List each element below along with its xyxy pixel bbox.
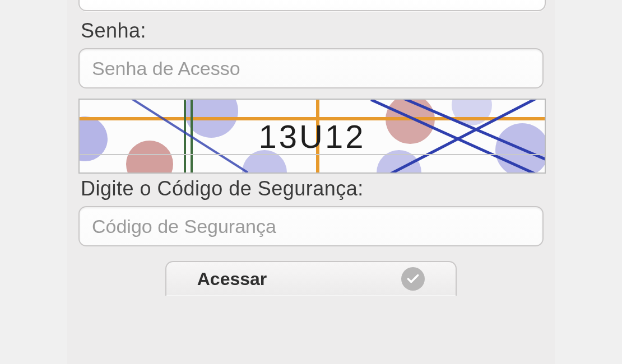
captcha-label: Digite o Código de Segurança: <box>81 177 544 200</box>
captcha-text: 13U12 <box>80 100 545 172</box>
captcha-placeholder: Código de Segurança <box>92 216 276 237</box>
password-placeholder: Senha de Acesso <box>92 58 240 80</box>
login-panel: Senha: Senha de Acesso <box>67 0 555 364</box>
password-input[interactable]: Senha de Acesso <box>78 48 544 88</box>
password-label: Senha: <box>81 19 544 43</box>
check-circle-icon <box>401 267 425 291</box>
captcha-input[interactable]: Código de Segurança <box>78 206 544 246</box>
captcha-image: 13U12 <box>78 99 546 174</box>
previous-input-bottom[interactable] <box>78 0 546 11</box>
submit-button-label: Acessar <box>197 269 267 290</box>
submit-button[interactable]: Acessar <box>165 261 457 296</box>
page-background: Senha: Senha de Acesso <box>0 0 622 364</box>
